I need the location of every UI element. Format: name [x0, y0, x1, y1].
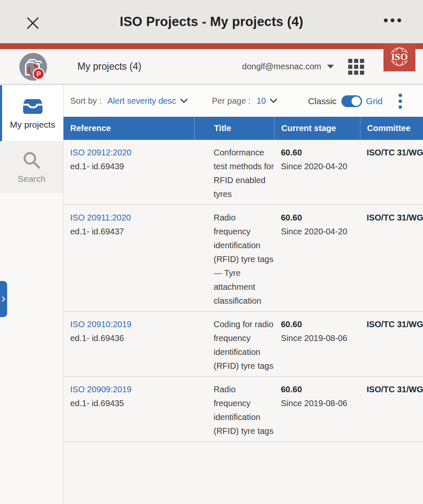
dot	[399, 94, 402, 97]
logo-badge-letter: P	[37, 71, 41, 78]
committee: ISO/TC 31/WG	[367, 148, 423, 157]
table-row: ISO 20909:2019 ed.1- id.69435 Radio freq…	[63, 376, 423, 441]
stage-code: 60.60	[281, 320, 302, 329]
project-reference-link[interactable]: ISO 20912:2020	[70, 146, 132, 160]
sidebar-expand-handle[interactable]	[0, 281, 7, 317]
committee: ISO/TC 31/WG	[367, 385, 423, 394]
project-edition-id: ed.1- id.69436	[70, 333, 124, 343]
project-edition-id: ed.1- id.69437	[70, 227, 124, 236]
more-menu-button[interactable]	[384, 18, 401, 22]
chevron-down-icon[interactable]	[270, 99, 277, 103]
dot	[397, 18, 401, 22]
chevron-down-icon[interactable]	[180, 99, 188, 103]
project-reference-link[interactable]: ISO 20911:2020	[70, 211, 131, 225]
column-header-committee[interactable]: Committee	[360, 117, 423, 140]
per-page-label: Per page :	[212, 96, 251, 106]
sidebar-item-my-projects[interactable]: My projects	[0, 85, 63, 141]
stage-code: 60.60	[281, 148, 302, 157]
project-edition-id: ed.1- id.69439	[70, 162, 124, 171]
iso-logo: ISO	[383, 43, 415, 71]
project-reference-link[interactable]: ISO 20909:2019	[70, 383, 132, 396]
accent-bar	[0, 43, 423, 49]
search-icon	[22, 150, 41, 170]
project-title: Radio frequency identification (RFID) ty…	[194, 383, 274, 438]
stage-since: Since 2019-08-06	[281, 399, 347, 408]
sort-by-select[interactable]: Alert severity desc	[107, 96, 176, 106]
view-classic-label[interactable]: Classic	[308, 96, 337, 106]
sidebar: My projects Search	[0, 85, 63, 504]
stage-since: Since 2020-04-20	[281, 227, 347, 236]
per-page-select[interactable]: 10	[256, 96, 266, 106]
stage-since: Since 2019-08-06	[281, 333, 347, 343]
project-edition-id: ed.1- id.69435	[70, 399, 124, 408]
app-bar-title: My projects (4)	[77, 61, 141, 72]
project-title: Coding for radio frequency identificatio…	[194, 318, 274, 373]
stage-code: 60.60	[281, 213, 302, 222]
table-row: ISO 20911:2020 ed.1- id.69437 Radio freq…	[63, 205, 423, 311]
dot	[384, 18, 388, 22]
sidebar-item-search[interactable]: Search	[0, 141, 63, 193]
column-header-title[interactable]: Title	[194, 117, 274, 140]
list-toolbar: Sort by : Alert severity desc Per page :…	[63, 85, 423, 117]
project-title: Radio frequency identification (RFID) ty…	[194, 211, 274, 308]
column-header-reference[interactable]: Reference	[63, 123, 194, 133]
chevron-right-icon	[2, 296, 5, 302]
column-header-current-stage[interactable]: Current stage	[274, 117, 360, 140]
table-row: ISO 20912:2020 ed.1- id.69439 Conformanc…	[63, 140, 423, 205]
stage-code: 60.60	[281, 385, 302, 394]
user-email: donglf@mesnac.com	[242, 62, 321, 71]
table-header: Reference Title Current stage Committee	[63, 117, 423, 140]
stage-since: Since 2020-04-20	[281, 162, 347, 171]
toggle-knob	[352, 97, 361, 106]
apps-grid-button[interactable]	[348, 59, 364, 75]
iso-logo-text: ISO	[391, 52, 408, 62]
window-title: ISO Projects - My projects (4)	[0, 14, 423, 29]
next-row-partial	[63, 441, 423, 458]
view-mode-toggle[interactable]	[341, 95, 362, 107]
main-content: Sort by : Alert severity desc Per page :…	[63, 85, 423, 504]
sidebar-item-label: Search	[18, 174, 46, 184]
view-grid-label[interactable]: Grid	[366, 96, 383, 106]
inbox-icon	[23, 97, 43, 115]
list-options-button[interactable]	[399, 94, 402, 109]
project-title: Conformance test methods for RFID enable…	[194, 146, 274, 201]
dot	[399, 105, 402, 109]
dot	[399, 100, 402, 103]
window-topbar: ISO Projects - My projects (4)	[0, 0, 423, 43]
project-reference-link[interactable]: ISO 20910:2019	[70, 318, 132, 331]
committee: ISO/TC 31/WG	[367, 320, 423, 329]
sort-by-label: Sort by :	[70, 96, 101, 106]
dot	[391, 18, 394, 22]
sidebar-item-label: My projects	[10, 120, 55, 130]
caret-down-icon	[327, 65, 334, 68]
user-menu[interactable]: donglf@mesnac.com	[242, 62, 334, 71]
app-bar: P My projects (4) donglf@mesnac.com	[0, 49, 423, 85]
table-row: ISO 20910:2019 ed.1- id.69436 Coding for…	[63, 311, 423, 376]
committee: ISO/TC 31/WG	[367, 213, 423, 222]
projects-app-logo: P	[19, 52, 48, 81]
